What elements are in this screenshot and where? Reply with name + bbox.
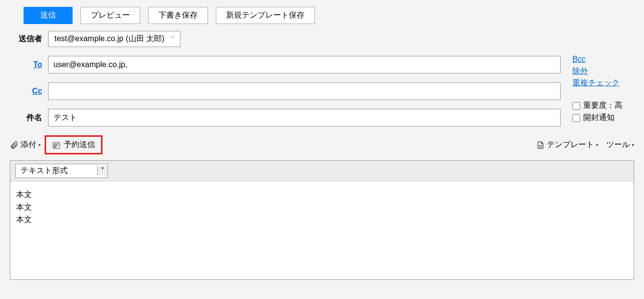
subject-row: 件名	[10, 109, 561, 126]
to-row: To	[10, 56, 561, 74]
save-template-button[interactable]: 新規テンプレート保存	[216, 7, 315, 24]
priority-checkbox-row: 重要度：高	[572, 100, 634, 111]
tools-label: ツール	[606, 140, 630, 150]
cc-row: Cc	[10, 82, 561, 100]
subject-input[interactable]	[48, 109, 561, 126]
schedule-send-label: 予約送信	[64, 140, 95, 150]
compose-toolbar: 送信 プレビュー 下書き保存 新規テンプレート保存	[0, 0, 644, 31]
svg-rect-2	[56, 145, 57, 146]
document-icon	[536, 141, 545, 150]
attach-button[interactable]: 添付 ▾	[10, 140, 41, 150]
svg-rect-1	[54, 145, 55, 146]
editor-toolbar: テキスト形式 ˅	[10, 161, 634, 181]
calendar-icon	[52, 141, 61, 150]
sender-select[interactable]: test@example.co.jp (山田 太郎) ˅	[48, 31, 180, 47]
preview-button[interactable]: プレビュー	[80, 7, 140, 24]
chevron-down-icon: ▾	[596, 142, 598, 148]
bcc-link[interactable]: Bcc	[572, 53, 634, 65]
sender-label: 送信者	[10, 34, 48, 44]
exclude-link[interactable]: 除外	[572, 65, 634, 77]
cc-input[interactable]	[48, 82, 561, 100]
editor-body[interactable]: 本文 本文 本文	[10, 181, 634, 279]
chevron-down-icon: ˅	[171, 36, 174, 43]
send-button[interactable]: 送信	[24, 7, 73, 24]
draft-save-button[interactable]: 下書き保存	[148, 7, 208, 24]
priority-checkbox[interactable]	[572, 102, 580, 110]
template-dropdown[interactable]: テンプレート ▾	[536, 140, 598, 150]
read-receipt-label: 開封通知	[583, 113, 615, 123]
chevron-down-icon: ▾	[38, 142, 41, 148]
format-select[interactable]: テキスト形式 ˅	[15, 164, 108, 178]
priority-label: 重要度：高	[583, 100, 622, 111]
to-label-link[interactable]: To	[33, 60, 42, 69]
svg-rect-3	[54, 147, 55, 148]
sender-value: test@example.co.jp (山田 太郎)	[54, 34, 164, 44]
chevron-down-icon: ▾	[632, 142, 634, 148]
chevron-down-icon: ˅	[97, 166, 107, 175]
editor-panel: テキスト形式 ˅ 本文 本文 本文	[10, 160, 634, 280]
action-bar: 添付 ▾ 予約送信 テンプレート ▾ ツール ▾	[0, 135, 644, 160]
side-panel: Bcc 除外 重複チェック 重要度：高 開封通知	[561, 31, 634, 135]
attach-label: 添付	[21, 140, 36, 150]
template-label: テンプレート	[547, 140, 594, 150]
format-value: テキスト形式	[21, 166, 68, 176]
dup-check-link[interactable]: 重複チェック	[572, 77, 634, 89]
read-receipt-checkbox[interactable]	[572, 114, 580, 122]
tools-dropdown[interactable]: ツール ▾	[606, 140, 634, 150]
sender-row: 送信者 test@example.co.jp (山田 太郎) ˅	[10, 31, 561, 47]
schedule-send-button[interactable]: 予約送信	[45, 135, 103, 154]
read-receipt-row: 開封通知	[572, 113, 634, 123]
subject-label: 件名	[10, 113, 48, 123]
to-input[interactable]	[48, 56, 561, 74]
cc-label-link[interactable]: Cc	[32, 87, 42, 95]
paperclip-icon	[10, 141, 19, 150]
